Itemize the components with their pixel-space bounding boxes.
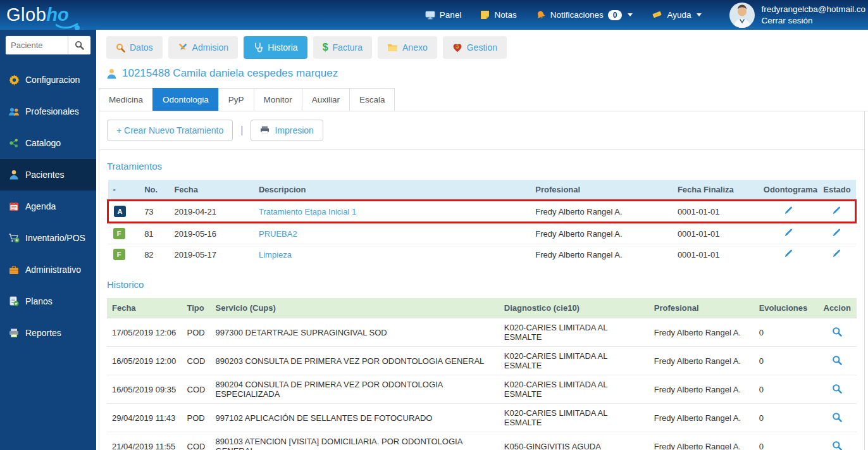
view-detail-icon[interactable] — [832, 412, 842, 422]
treatment-link[interactable]: Tratamiento Etapa Inicial 1 — [259, 207, 356, 216]
create-treatment-button[interactable]: + Crear Nuevo Tratamiento — [107, 120, 233, 141]
print-button[interactable]: Impresion — [251, 120, 323, 141]
cart-icon — [8, 233, 20, 243]
tab-gestion[interactable]: SAT Gestion — [443, 36, 507, 59]
treatment-professional: Fredy Alberto Rangel A. — [530, 244, 673, 265]
treatment-link[interactable]: Limpieza — [259, 250, 292, 259]
edit-odontogram-icon[interactable] — [784, 206, 793, 215]
sidebar-item-label: Inventario/POS — [25, 233, 85, 243]
nav-notas-label: Notas — [494, 10, 516, 20]
note-icon — [480, 10, 490, 20]
subtab-odontologia[interactable]: Odontologia — [152, 88, 219, 111]
patient-search-button[interactable] — [68, 36, 90, 54]
historico-table: Fecha Tipo Servicio (Cups) Diagnostico (… — [107, 298, 857, 450]
sidebar-item-label: Configuracion — [25, 75, 80, 85]
avatar — [729, 3, 755, 28]
sidebar-item-planos[interactable]: Planos — [0, 285, 96, 317]
history-service: 890203 CONSULTA DE PRIMERA VEZ POR ODONT… — [211, 347, 499, 375]
logout-link[interactable]: Cerrar sesión — [761, 15, 865, 27]
pencils-icon — [178, 42, 188, 53]
treatment-link[interactable]: PRUEBA2 — [259, 229, 297, 239]
main-content: Datos Admision Historia $ Factura — [96, 30, 868, 450]
column-header: Accion — [817, 298, 857, 318]
history-professional: Fredy Alberto Rangel A. — [649, 318, 754, 347]
toolbar-separator: | — [240, 125, 243, 136]
sat-badge-text: SAT — [456, 46, 459, 48]
logo-swoosh-icon — [56, 22, 86, 30]
nav-ayuda[interactable]: Ayuda — [652, 10, 702, 20]
history-type: COD — [182, 347, 211, 375]
view-detail-icon[interactable] — [832, 384, 842, 394]
nav-panel[interactable]: Panel — [425, 10, 462, 20]
treatment-date: 2019-05-16 — [169, 223, 254, 244]
tab-anexo[interactable]: Anexo — [378, 36, 437, 59]
history-diagnosis: K020-CARIES LIMITADA AL ESMALTE — [499, 318, 649, 347]
monitor-icon — [425, 11, 435, 20]
view-detail-icon[interactable] — [832, 441, 842, 450]
tab-factura[interactable]: $ Factura — [313, 36, 372, 59]
treatment-no: 81 — [139, 223, 169, 244]
tab-historia[interactable]: Historia — [244, 36, 307, 59]
nav-notificaciones[interactable]: Notificaciones 0 — [536, 10, 633, 20]
edit-status-icon[interactable] — [832, 228, 841, 237]
status-badge: F — [113, 228, 125, 239]
chevron-down-icon — [628, 13, 633, 16]
tab-datos[interactable]: Datos — [106, 36, 163, 59]
table-row[interactable]: F 82 2019-05-17 Limpieza Fredy Alberto R… — [108, 244, 856, 265]
history-professional: Fredy Alberto Rangel A. — [649, 347, 754, 375]
tab-admision[interactable]: Admision — [168, 36, 239, 59]
treatment-no: 73 — [139, 201, 169, 223]
user-email: fredyrangelcba@hotmail.co — [761, 4, 865, 15]
sidebar-item-pacientes[interactable]: Pacientes — [0, 159, 96, 191]
sidebar-item-label: Administrativo — [25, 265, 81, 275]
edit-status-icon[interactable] — [832, 249, 841, 258]
logo-accent-text: ho — [46, 6, 68, 24]
tab-label: Anexo — [402, 42, 428, 53]
toolbar: + Crear Nuevo Tratamiento | Impresion — [99, 111, 864, 150]
history-service: 997102 APLICACIÓN DE SELLANTES DE FOTOCU… — [211, 404, 499, 432]
history-date: 16/05/2019 12:00 — [107, 347, 182, 375]
sidebar-item-label: Profesionales — [25, 106, 79, 116]
historico-section: Historico Fecha Tipo Servicio (Cups) Dia… — [99, 268, 864, 450]
subtab-escala[interactable]: Escala — [349, 88, 395, 111]
patient-search-input[interactable] — [6, 36, 68, 54]
edit-status-icon[interactable] — [832, 206, 841, 215]
table-row[interactable]: F 81 2019-05-16 PRUEBA2 Fredy Alberto Ra… — [108, 223, 856, 244]
history-date: 21/04/2019 11:55 — [107, 432, 182, 450]
sidebar-item-label: Agenda — [25, 201, 56, 211]
column-header: No. — [139, 180, 169, 201]
tab-label: Datos — [130, 42, 153, 53]
person-icon — [106, 68, 117, 79]
page-title: 10215488 Camila daniela cespedes marquez — [122, 67, 338, 80]
sidebar-item-inventario-pos[interactable]: Inventario/POS — [0, 222, 96, 254]
column-header: Profesional — [649, 298, 754, 318]
table-row[interactable]: A 73 2019-04-21 Tratamiento Etapa Inicia… — [108, 201, 856, 223]
subtab-pyp[interactable]: PyP — [218, 88, 254, 111]
sidebar-item-label: Pacientes — [25, 170, 64, 180]
subtab-medicina[interactable]: Medicina — [99, 88, 153, 111]
tratamientos-table: - No. Fecha Descripcion Profesional Fech… — [107, 180, 857, 265]
history-subtabs: Medicina Odontologia PyP Monitor Auxilia… — [99, 88, 868, 111]
status-badge: A — [114, 206, 126, 217]
history-type: POD — [182, 318, 211, 347]
subtab-auxiliar[interactable]: Auxiliar — [302, 88, 350, 111]
nav-notas[interactable]: Notas — [480, 10, 516, 20]
logo-text: Glob — [6, 6, 46, 24]
view-detail-icon[interactable] — [832, 355, 842, 365]
view-detail-icon[interactable] — [832, 327, 842, 337]
subtab-monitor[interactable]: Monitor — [254, 88, 302, 111]
sidebar-item-configuracion[interactable]: Configuracion — [0, 64, 96, 96]
user-box[interactable]: fredyrangelcba@hotmail.co Cerrar sesión — [729, 3, 865, 28]
catalog-icon — [8, 138, 20, 148]
tab-label: Admision — [192, 42, 229, 53]
sidebar-item-profesionales[interactable]: Profesionales — [0, 96, 96, 127]
column-header: Fecha — [107, 298, 182, 318]
sidebar-item-reportes[interactable]: Reportes — [0, 317, 96, 349]
sidebar-item-administrativo[interactable]: Administrativo — [0, 254, 96, 285]
sidebar-item-catalogo[interactable]: Catalogo — [0, 127, 96, 159]
edit-odontogram-icon[interactable] — [784, 249, 793, 258]
history-service: 997300 DETARTRAJE SUPRAGINGIVAL SOD — [211, 318, 499, 347]
sidebar-item-agenda[interactable]: Agenda — [0, 191, 96, 222]
user-photo-icon — [729, 3, 755, 28]
edit-odontogram-icon[interactable] — [784, 228, 793, 237]
